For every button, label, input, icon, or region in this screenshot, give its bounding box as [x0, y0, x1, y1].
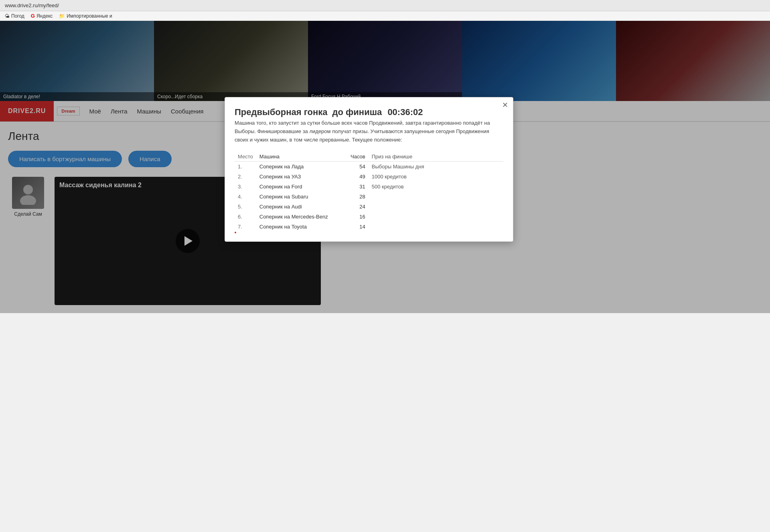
row-car: Соперник на Ford [256, 182, 344, 192]
modal-timer: 00:36:02 [387, 107, 423, 117]
col-prize: Приз на финише [369, 152, 503, 162]
bookmark-weather[interactable]: 🌤 Погод [5, 13, 24, 19]
row-hours: 28 [344, 192, 369, 202]
col-hours: Часов [344, 152, 369, 162]
row-car: Соперник на Лада [256, 162, 344, 172]
row-place: 7. [235, 222, 256, 232]
browser-address-bar: www.drive2.ru/my/feed/ [0, 0, 770, 11]
row-prize [369, 202, 503, 212]
row-prize [369, 192, 503, 202]
row-prize: 500 кредитов [369, 182, 503, 192]
modal-title-text: Предвыборная гонка [235, 107, 328, 117]
modal-description: Машина того, кто запустит за сутки больш… [235, 119, 503, 144]
row-hours: 31 [344, 182, 369, 192]
row-hours: 24 [344, 202, 369, 212]
row-prize: 1000 кредитов [369, 172, 503, 182]
table-row: 2. Соперник на УАЗ 49 1000 кредитов [235, 172, 503, 182]
weather-icon: 🌤 [5, 13, 10, 19]
row-prize: Выборы Машины дня [369, 162, 503, 172]
row-place: 3. [235, 182, 256, 192]
row-car: Соперник на Audi [256, 202, 344, 212]
table-row: 1. Соперник на Лада 54 Выборы Машины дня [235, 162, 503, 172]
row-place: 5. [235, 202, 256, 212]
row-hours: 14 [344, 222, 369, 232]
address-url: www.drive2.ru/my/feed/ [5, 2, 59, 8]
row-prize [369, 212, 503, 222]
row-car: Соперник на Toyota [256, 222, 344, 232]
bookmark-yandex[interactable]: G Яндекс [31, 13, 53, 19]
modal-close-button[interactable]: ✕ [502, 101, 508, 109]
bookmark-imported[interactable]: 📁 Импортированные и [59, 13, 112, 19]
row-hours: 16 [344, 212, 369, 222]
bookmarks-bar: 🌤 Погод G Яндекс 📁 Импортированные и [0, 11, 770, 21]
table-row: 7. Соперник на Toyota 14 [235, 222, 503, 232]
modal-title-row: Предвыборная гонка до финиша 00:36:02 [235, 107, 503, 117]
row-car: Соперник на Mercedes-Benz [256, 212, 344, 222]
modal-timer-label: до финиша 00:36:02 [332, 107, 423, 117]
row-hours: 54 [344, 162, 369, 172]
row-place: 4. [235, 192, 256, 202]
race-modal: ✕ Предвыборная гонка до финиша 00:36:02 … [225, 97, 513, 242]
table-row: 6. Соперник на Mercedes-Benz 16 [235, 212, 503, 222]
page-wrapper: Gladiator в деле! Скоро...Идет сборка Fo… [0, 21, 770, 313]
row-place: 1. [235, 162, 256, 172]
race-table: Место Машина Часов Приз на финише 1. Соп… [235, 152, 503, 232]
row-hours: 49 [344, 172, 369, 182]
row-car: Соперник на УАЗ [256, 172, 344, 182]
table-row: 4. Соперник на Subaru 28 [235, 192, 503, 202]
col-place: Место [235, 152, 256, 162]
folder-icon: 📁 [59, 13, 65, 19]
table-row: 3. Соперник на Ford 31 500 кредитов [235, 182, 503, 192]
yandex-icon: G [31, 13, 35, 19]
row-place: 2. [235, 172, 256, 182]
row-car: Соперник на Subaru [256, 192, 344, 202]
race-table-wrapper: Место Машина Часов Приз на финише 1. Соп… [235, 152, 503, 232]
row-place: 6. [235, 212, 256, 222]
table-row: 5. Соперник на Audi 24 [235, 202, 503, 212]
row-prize [369, 222, 503, 232]
col-car: Машина [256, 152, 344, 162]
